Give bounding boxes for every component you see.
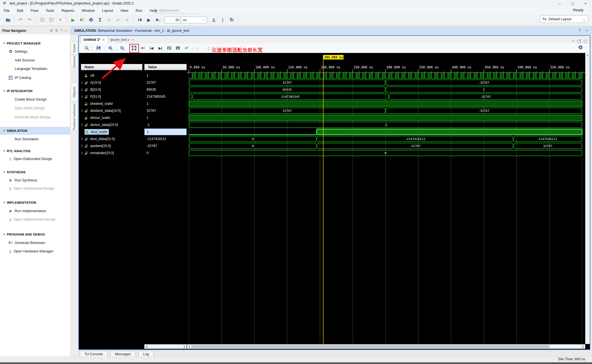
signal-row-b-15-0[interactable]: ❯B[15:0] [81, 86, 142, 93]
zoom-to-cursor-icon[interactable] [140, 45, 146, 51]
redo-icon[interactable]: ↷ [26, 17, 33, 23]
close-icon[interactable]: ✕ [102, 38, 105, 41]
signal-value-dividend-tvalid[interactable]: 1 [144, 100, 187, 107]
relaunch-icon[interactable]: ↻ [228, 17, 235, 23]
flow-item-settings[interactable]: Settings [0, 48, 70, 56]
flow-item-open-implemented-design[interactable]: ❯Open Implemented Design [0, 216, 70, 223]
flow-item-open-elaborated-design[interactable]: ❯Open Elaborated Design [0, 155, 70, 163]
previous-marker-icon[interactable]: |← [195, 45, 201, 51]
go-to-time-icon[interactable] [175, 45, 181, 51]
signal-value-dividend-tdata-15-0[interactable]: 32767 [144, 107, 187, 114]
flow-section-program-and-debug[interactable]: ▼PROGRAM AND DEBUG [0, 230, 70, 238]
signal-value-p-31-0[interactable]: 2147385345 [144, 93, 187, 100]
find-icon[interactable] [84, 45, 90, 51]
scroll-left-icon[interactable]: ❮ [145, 345, 149, 348]
help-icon[interactable]: ? [60, 29, 62, 32]
copy-icon[interactable] [39, 17, 46, 23]
chevron-right-icon[interactable]: ❯ [81, 145, 85, 147]
chevron-right-icon[interactable]: ❯ [81, 152, 85, 154]
flow-item-ip-catalog[interactable]: IP Catalog [0, 74, 70, 82]
value-column-header[interactable]: Value [144, 64, 187, 70]
signal-row-dividend-tdata-15-0[interactable]: ❯dividend_tdata[15:0] [81, 107, 142, 114]
menu-item-layout[interactable]: Layout [98, 8, 117, 13]
flow-item-add-sources[interactable]: Add Sources [0, 56, 70, 64]
open-recent-project-icon[interactable] [5, 17, 11, 23]
float-icon[interactable] [577, 40, 580, 43]
side-tab-protocol-instances[interactable]: Protocol Instances [70, 102, 78, 131]
undo-icon[interactable]: ↶ [17, 17, 24, 23]
close-icon[interactable]: × [579, 0, 592, 7]
zoom-in-icon[interactable] [107, 45, 113, 51]
help-icon[interactable]: ? [572, 39, 574, 43]
flow-section-ip-integrator[interactable]: ▼IP INTEGRATOR [0, 87, 70, 95]
flow-section-rtl-analysis[interactable]: ▼RTL ANALYSIS [0, 147, 70, 155]
paste-icon[interactable] [48, 17, 55, 23]
chevron-right-icon[interactable]: ❯ [81, 109, 85, 112]
signal-value-remainder-15-0[interactable]: 0 [144, 150, 187, 156]
menu-item-view[interactable]: View [117, 8, 132, 13]
run-all-icon[interactable]: ▶ [145, 17, 152, 23]
maximize-icon[interactable] [584, 40, 587, 43]
zoom-fit-icon[interactable] [131, 45, 137, 51]
scroll-left-icon[interactable]: ❮ [187, 345, 191, 348]
zoom-out-icon[interactable] [119, 45, 125, 51]
restart-simulation-icon[interactable] [136, 17, 143, 23]
quick-access-search[interactable]: Quick Access [153, 8, 199, 14]
flow-item-run-synthesis[interactable]: Run Synthesis [0, 176, 70, 184]
expand-icon[interactable]: ⇅ [55, 29, 58, 32]
swap-cursor-icon[interactable] [166, 45, 172, 51]
menu-item-flow[interactable]: Flow [27, 8, 42, 13]
waveform-canvas[interactable]: 0.000 ns50.000 ns100.000 ns150.000 ns200… [187, 53, 585, 344]
signal-value-clk[interactable]: 1 [144, 72, 187, 79]
menu-item-run[interactable]: Run [132, 8, 146, 13]
signal-row-dividend-tvalid[interactable]: dividend_tvalid [81, 100, 142, 107]
flow-section-simulation[interactable]: ▼SIMULATION [0, 127, 70, 135]
scroll-right-icon[interactable]: ❯ [182, 345, 186, 348]
flow-section-synthesis[interactable]: ▼SYNTHESIS [0, 168, 70, 176]
flow-section-implementation[interactable]: ▼IMPLEMENTATION [0, 199, 70, 207]
generate-bitstream-toolbar-icon[interactable]: 0110 [79, 17, 85, 23]
menu-item-file[interactable]: File [0, 8, 13, 13]
previous-transition-icon[interactable]: |◀ [149, 45, 154, 51]
signal-row-dout-tdata-31-0[interactable]: ❯dout_tdata[31:0] [81, 136, 142, 142]
layout-selector[interactable]: Default Layout ⌄ [540, 15, 588, 23]
minimize-icon[interactable]: – [553, 0, 566, 7]
flow-item-language-templates[interactable]: Language Templates [0, 65, 70, 73]
menu-item-window[interactable]: Window [78, 8, 98, 13]
flow-item-run-simulation[interactable]: Run Simulation [0, 135, 70, 143]
help-icon[interactable]: ? [578, 28, 580, 33]
cancel-run-icon[interactable]: × [106, 17, 112, 23]
flow-item-generate-block-design[interactable]: Generate Block Design [0, 113, 70, 121]
close-icon[interactable]: × [586, 28, 588, 33]
minimize-icon[interactable]: — [65, 29, 68, 32]
settings-gear-icon[interactable] [88, 17, 94, 23]
side-tab-scope[interactable]: Scope [70, 42, 78, 55]
next-transition-icon[interactable]: ▶| [157, 45, 163, 51]
flow-item-create-block-design[interactable]: Create Block Design [0, 96, 70, 103]
flow-item-run-implementation[interactable]: Run Implementation [0, 207, 70, 215]
signal-value-dout-tdata-31-0[interactable]: -2147418112 [144, 136, 187, 142]
side-tab-objects[interactable]: Objects [70, 83, 78, 101]
delete-icon[interactable]: × [57, 17, 64, 23]
signal-row-dout-tvalid[interactable]: dout_tvalid [81, 128, 142, 135]
flow-section-project-manager[interactable]: ▼PROJECT MANAGER [0, 39, 70, 47]
clear-icon[interactable]: × [124, 17, 131, 23]
chevron-right-icon[interactable]: ❯ [81, 88, 85, 91]
close-icon[interactable]: ✕ [132, 38, 134, 41]
signal-value-divisor-tdata-15-0[interactable]: -1 [144, 121, 187, 128]
tab-untitled-1[interactable]: Untitled 1*✕ [81, 36, 108, 43]
break-icon[interactable]: ∥ [219, 17, 226, 23]
menu-item-reports[interactable]: Reports [58, 8, 78, 13]
run-time-input[interactable] [165, 17, 180, 23]
signal-row-divisor-tvalid[interactable]: divisor_tvalid [81, 114, 142, 121]
menu-item-tools[interactable]: Tools [42, 8, 58, 13]
vertical-scrollbar[interactable]: ▲ [585, 53, 590, 344]
flow-item-open-hardware-manager[interactable]: ❯Open Hardware Manager [0, 247, 70, 255]
collapse-icon[interactable]: ⇄ [50, 29, 52, 32]
wave-settings-gear-icon[interactable] [578, 45, 583, 50]
chevron-right-icon[interactable]: ❯ [81, 123, 85, 126]
save-waveform-icon[interactable] [96, 45, 101, 51]
next-marker-icon[interactable]: →| [204, 45, 210, 51]
signal-row-p-31-0[interactable]: ❯P[31:0] [81, 93, 142, 100]
report-sum-icon[interactable]: Σ [97, 17, 103, 23]
